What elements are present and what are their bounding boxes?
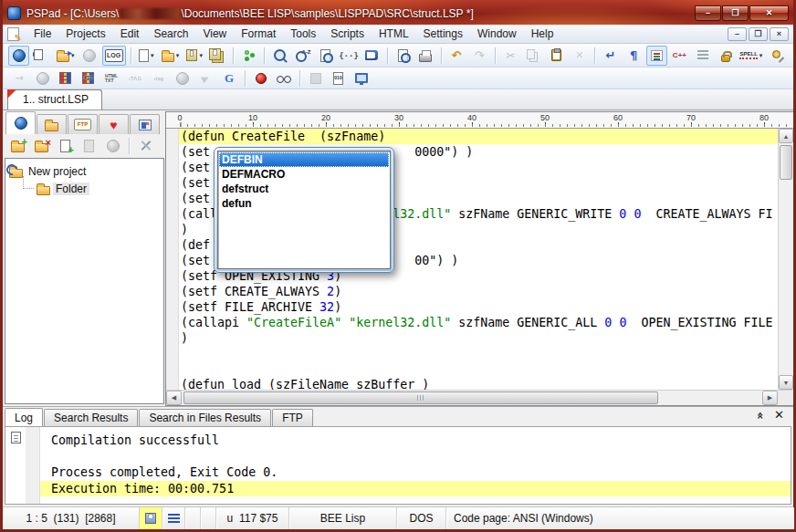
dropdown-arrow-icon[interactable]: ▾	[759, 52, 763, 59]
compiler-button[interactable]: C++	[669, 46, 690, 66]
document-tab[interactable]: 1.. struct.LSP	[7, 89, 102, 110]
save-file-button[interactable]: ▾	[183, 46, 205, 66]
scroll-left-icon[interactable]: ◀	[166, 391, 182, 405]
macro-record-button[interactable]	[250, 68, 271, 89]
print-preview-button[interactable]	[393, 46, 414, 66]
modified-save-icon	[145, 513, 156, 524]
menu-view[interactable]: View	[195, 26, 234, 42]
sidebar-tab-ftp[interactable]: FTP	[68, 114, 98, 134]
log-tabs: LogSearch ResultsSearch in Files Results…	[5, 408, 314, 426]
scroll-up-icon[interactable]: ▲	[779, 129, 793, 143]
log-document-icon[interactable]	[11, 432, 21, 443]
line-numbers-button[interactable]	[692, 46, 713, 66]
heart-icon: ♥	[106, 118, 122, 132]
match-brackets-button[interactable]: {··}	[338, 46, 359, 66]
search-button[interactable]	[269, 46, 290, 66]
log-tab-ftp[interactable]: FTP	[272, 409, 313, 426]
project-run-button	[102, 136, 123, 156]
selection-mode-icon	[168, 514, 180, 523]
mdi-close-button[interactable]: ×	[770, 27, 789, 41]
sidebar-tab-project[interactable]	[5, 111, 36, 134]
toolbar-separator	[387, 47, 388, 64]
completion-item-defbin[interactable]: DEFBIN	[219, 152, 389, 167]
view-glasses-button[interactable]	[273, 68, 295, 89]
read-only-button[interactable]	[715, 46, 736, 66]
menu-projects[interactable]: Projects	[58, 26, 112, 42]
tag-lower-icon: ‹tag	[151, 71, 167, 86]
char-table-button[interactable]: #10	[78, 68, 99, 89]
highlighter-name: BEE Lisp	[289, 507, 397, 529]
maximize-button[interactable]: ❐	[722, 5, 749, 21]
log-tab-search-results[interactable]: Search Results	[44, 409, 138, 426]
replace-button[interactable]: A-Z	[292, 46, 313, 66]
sidebar-tab-windows[interactable]	[130, 114, 160, 134]
menu-scripts[interactable]: Scripts	[323, 26, 372, 42]
save-all-button[interactable]	[207, 46, 228, 66]
word-wrap-button[interactable]: ↵	[600, 46, 621, 66]
compile-run-button[interactable]	[31, 46, 52, 66]
vertical-scrollbar[interactable]: ▲ ▼	[778, 129, 793, 390]
menu-help[interactable]: Help	[524, 26, 561, 42]
new-file-button[interactable]: ▾	[136, 46, 157, 66]
undo-button[interactable]: ↶	[446, 46, 467, 66]
scroll-down-icon[interactable]: ▼	[779, 375, 793, 390]
html-to-text-button[interactable]: HTML TXT	[100, 68, 122, 89]
horizontal-scrollbar[interactable]: ◀ ▶	[166, 390, 793, 405]
project-icon	[9, 169, 23, 178]
menu-file[interactable]: File	[26, 26, 58, 42]
open-file-button[interactable]: ▾	[159, 46, 183, 66]
dropdown-arrow-icon[interactable]: ▾	[199, 52, 203, 59]
project-remove-folder-button[interactable]	[31, 136, 52, 156]
menu-format[interactable]: Format	[234, 26, 283, 42]
menu-settings[interactable]: Settings	[416, 26, 470, 42]
run-script-button[interactable]	[8, 46, 29, 66]
color-palette-button[interactable]	[55, 68, 76, 89]
tree-item-folder[interactable]: Folder	[5, 180, 163, 197]
search-in-files-button[interactable]	[315, 46, 336, 66]
paste-button[interactable]	[546, 46, 567, 66]
horizontal-scroll-track[interactable]	[182, 391, 762, 405]
minimize-button[interactable]: –	[695, 5, 721, 21]
mdi-restore-button[interactable]: ❐	[749, 27, 768, 41]
stay-on-top-button[interactable]	[767, 46, 788, 66]
show-formatting-button[interactable]: ¶	[623, 46, 644, 66]
syntax-highlight-button[interactable]	[646, 46, 667, 66]
main-area: FTP♥ New projectFolder 01020304050607080…	[3, 110, 793, 406]
project-add-file-button[interactable]	[55, 136, 76, 156]
full-screen-button[interactable]	[351, 68, 372, 89]
dropdown-arrow-icon[interactable]: ▾	[151, 52, 154, 59]
completion-item-defstruct[interactable]: defstruct	[219, 182, 389, 196]
print-button[interactable]	[415, 46, 436, 66]
horizontal-scroll-thumb[interactable]	[183, 391, 658, 404]
code-explorer-button[interactable]	[238, 46, 259, 66]
menu-search[interactable]: Search	[146, 26, 195, 42]
log-tab-search-in-files-results[interactable]: Search in Files Results	[139, 409, 271, 426]
dropdown-arrow-icon[interactable]: ▾	[176, 52, 180, 59]
close-panel-icon[interactable]: ✕	[774, 409, 784, 421]
google-search-button[interactable]: G	[218, 68, 240, 89]
open-run-folder-button[interactable]: ▾	[54, 46, 78, 66]
project-sidebar: FTP♥ New projectFolder	[3, 110, 165, 406]
project-settings-button[interactable]	[135, 136, 157, 156]
menu-html[interactable]: HTML	[372, 26, 416, 42]
completion-item-defmacro[interactable]: DEFMACRO	[219, 167, 389, 182]
menu-window[interactable]: Window	[470, 26, 524, 42]
project-add-folder-button[interactable]	[7, 136, 28, 156]
spell-check-button[interactable]: SPELL▾	[738, 46, 765, 66]
log-toggle-button[interactable]: LOG	[102, 46, 126, 66]
collapse-panel-icon[interactable]: «	[754, 412, 766, 417]
vertical-scroll-thumb[interactable]	[780, 145, 792, 180]
completion-item-defun[interactable]: defun	[219, 196, 389, 211]
redacted-username	[120, 8, 180, 19]
sidebar-tab-favorites[interactable]: ♥	[99, 114, 129, 134]
hex-editor-button[interactable]: 010	[328, 68, 349, 89]
mdi-minimize-button[interactable]: –	[728, 27, 747, 41]
scroll-right-icon[interactable]: ▶	[762, 391, 778, 405]
menu-tools[interactable]: Tools	[283, 26, 323, 42]
menu-edit[interactable]: Edit	[113, 26, 147, 42]
close-button[interactable]: ✕	[749, 5, 789, 21]
title-bar: PSPad - [C:\Users\\Documents\BEE LISP\sa…	[3, 0, 793, 25]
help-book-button[interactable]	[361, 46, 382, 66]
sidebar-tab-files[interactable]	[37, 114, 67, 134]
log-tab-log[interactable]: Log	[5, 408, 43, 426]
